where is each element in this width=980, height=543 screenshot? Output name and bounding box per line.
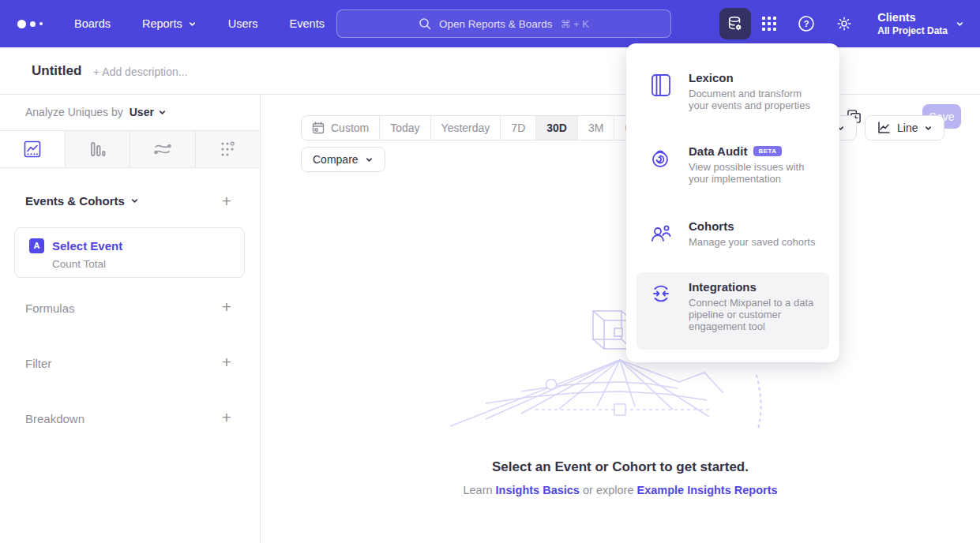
tab-metrics-grid[interactable] [195, 131, 261, 167]
bar-chart-icon [88, 140, 107, 159]
range-custom-label: Custom [331, 122, 369, 134]
add-breakdown-button[interactable]: + [219, 410, 235, 426]
top-navigation: Boards Reports Users Events Open Reports… [0, 0, 980, 47]
menu-item-description: Document and transform your events and p… [689, 88, 821, 111]
chart-type-tabs [0, 130, 260, 168]
question-circle-icon: ? [798, 15, 815, 32]
formulas-label: Formulas [25, 301, 75, 315]
menu-item-title: Integrations [689, 280, 821, 294]
event-card[interactable]: A Select Event Count Total [14, 227, 245, 278]
settings-button[interactable] [835, 15, 853, 32]
search-input[interactable]: Open Reports & Boards ⌘ + K [336, 9, 671, 38]
range-30d[interactable]: 30D [535, 116, 577, 140]
example-reports-link[interactable]: Example Insights Reports [636, 484, 777, 496]
beta-badge: BETA [753, 146, 781, 156]
range-yesterday[interactable]: Yesterday [430, 116, 501, 140]
add-event-button[interactable]: + [219, 194, 235, 210]
menu-item-title: Data Audit BETA [689, 144, 821, 158]
project-label: Clients [877, 11, 948, 24]
apps-grid-button[interactable] [761, 16, 777, 32]
data-management-button[interactable] [719, 8, 751, 39]
range-3m[interactable]: 3M [577, 116, 614, 140]
chevron-down-icon [365, 155, 374, 164]
line-chart-icon [23, 140, 42, 159]
menu-item-description: Connect Mixpanel to a data pipeline or c… [689, 297, 821, 332]
cohorts-icon [650, 219, 674, 248]
events-cohorts-header[interactable]: Events & Cohorts [25, 194, 139, 208]
range-7d[interactable]: 7D [500, 116, 535, 140]
dots-grid-icon [218, 140, 237, 159]
flow-icon [153, 140, 172, 159]
compare-label: Compare [313, 153, 359, 166]
menu-item-description: View possible issues with your implement… [689, 161, 821, 185]
analyze-value: User [130, 106, 154, 118]
tab-bar-chart[interactable] [65, 131, 130, 167]
nav-reports-label: Reports [142, 17, 182, 30]
calendar-icon [312, 122, 325, 134]
search-shortcut: ⌘ + K [560, 18, 589, 30]
select-event-link[interactable]: Select Event [52, 239, 122, 253]
database-gear-icon [727, 15, 744, 32]
add-description-field[interactable]: + Add description... [93, 66, 187, 78]
nav-events[interactable]: Events [290, 17, 325, 30]
report-title[interactable]: Untitled [32, 63, 81, 79]
empty-state-links: Learn Insights Basics or explore Example… [261, 484, 980, 496]
count-total-selector[interactable]: Count Total [52, 258, 106, 270]
tab-line-chart[interactable] [0, 131, 65, 167]
project-scope: All Project Data [877, 25, 948, 36]
data-audit-icon [650, 144, 674, 185]
nav-users[interactable]: Users [228, 17, 258, 30]
nav-boards[interactable]: Boards [74, 17, 111, 30]
analyze-prefix: Analyze Uniques by [25, 106, 123, 118]
project-chevron-icon[interactable] [956, 20, 964, 28]
svg-text:?: ? [804, 19, 809, 28]
chart-style-dropdown[interactable]: Line [865, 115, 944, 140]
menu-item-data-audit[interactable]: Data Audit BETA View possible issues wit… [636, 137, 829, 193]
chevron-down-icon [130, 197, 139, 205]
menu-item-description: Manage your saved cohorts [689, 236, 815, 248]
learn-prefix: Learn [463, 484, 492, 496]
nav-reports[interactable]: Reports [142, 17, 197, 30]
chevron-down-icon [924, 124, 933, 133]
chart-style-label: Line [897, 122, 918, 134]
menu-item-cohorts[interactable]: Cohorts Manage your saved cohorts [636, 212, 829, 256]
menu-item-title: Cohorts [689, 219, 815, 233]
filter-label: Filter [25, 357, 51, 370]
events-cohorts-label: Events & Cohorts [25, 194, 125, 208]
add-formula-button[interactable]: + [219, 300, 235, 316]
chevron-down-icon [158, 108, 167, 117]
compare-button[interactable]: Compare [301, 147, 385, 172]
mixpanel-insights-screen: Boards Reports Users Events Open Reports… [0, 0, 980, 543]
event-series-badge: A [29, 238, 44, 253]
analyze-uniques-selector[interactable]: Analyze Uniques by User [25, 106, 167, 118]
menu-item-title: Lexicon [689, 71, 821, 84]
search-placeholder: Open Reports & Boards [439, 18, 552, 30]
menu-item-integrations[interactable]: Integrations Connect Mixpanel to a data … [636, 272, 829, 350]
or-explore-text: or explore [583, 484, 633, 496]
range-today[interactable]: Today [379, 116, 430, 140]
breakdown-label: Breakdown [25, 412, 84, 425]
grid-icon [761, 16, 777, 32]
add-filter-button[interactable]: + [219, 355, 235, 371]
line-chart-icon [877, 121, 891, 135]
lexicon-icon [650, 71, 674, 111]
gear-icon [835, 15, 853, 32]
chevron-down-icon [188, 20, 197, 28]
date-range-control: Custom Today Yesterday 7D 30D 3M 6M [301, 115, 651, 140]
range-custom[interactable]: Custom [302, 116, 379, 140]
integrations-icon [650, 280, 674, 342]
data-management-menu: Lexicon Document and transform your even… [626, 43, 839, 362]
menu-item-lexicon[interactable]: Lexicon Document and transform your even… [636, 63, 829, 119]
query-sidebar: Analyze Uniques by User [0, 95, 261, 543]
insights-basics-link[interactable]: Insights Basics [496, 484, 580, 496]
mixpanel-logo[interactable] [17, 20, 52, 28]
search-icon [419, 17, 431, 30]
empty-state-heading: Select an Event or Cohort to get started… [261, 459, 980, 475]
tab-flow-chart[interactable] [130, 131, 195, 167]
project-selector[interactable]: Clients All Project Data [877, 11, 948, 36]
help-button[interactable]: ? [798, 15, 815, 32]
